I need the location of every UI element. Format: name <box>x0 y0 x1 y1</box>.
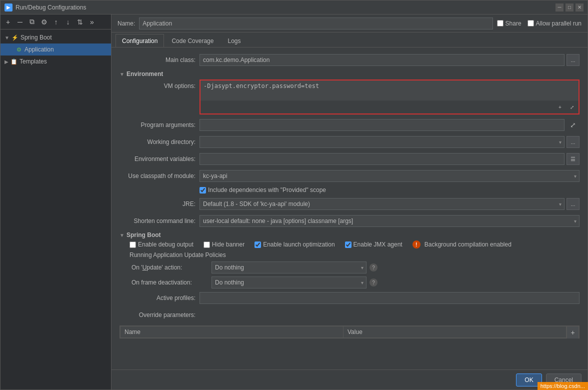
working-dir-input-wrap: ▾ ... <box>200 136 580 148</box>
watermark: https://blog.csdn... <box>538 382 588 390</box>
enable-debug-checkbox-label[interactable]: Enable debug output <box>130 241 194 248</box>
env-vars-browse-button[interactable]: ☰ <box>566 153 580 165</box>
include-deps-checkbox-label[interactable]: Include dependencies with "Provided" sco… <box>200 186 326 194</box>
update-action-help-icon[interactable]: ? <box>370 264 378 272</box>
settings-button[interactable]: ⚙ <box>38 16 50 28</box>
add-config-button[interactable]: + <box>2 16 14 28</box>
springboot-checkboxes: Enable debug output Hide banner Enable l… <box>130 240 580 248</box>
working-dir-browse-button[interactable]: ... <box>566 136 580 148</box>
enable-debug-checkbox[interactable] <box>130 242 136 248</box>
vm-options-container: + ⤢ <box>200 80 580 114</box>
active-profiles-row: Active profiles: <box>120 292 580 304</box>
tab-logs[interactable]: Logs <box>221 34 247 47</box>
vm-options-row: VM options: + ⤢ <box>120 80 580 114</box>
sidebar-item-application[interactable]: ⚙ Application <box>0 44 111 56</box>
hide-banner-checkbox[interactable] <box>204 242 210 248</box>
vm-expand-button[interactable]: + <box>554 102 566 112</box>
spring-boot-title: Spring Boot <box>126 232 161 238</box>
move-down-button[interactable]: ↓ <box>62 16 74 28</box>
window-title: Run/Debug Configurations <box>16 4 556 11</box>
application-icon: ⚙ <box>16 46 22 53</box>
shorten-row: Shorten command line: user-local default… <box>120 214 580 228</box>
springboot-arrow: ▼ <box>4 35 10 40</box>
shorten-label: Shorten command line: <box>120 218 200 224</box>
copy-config-button[interactable]: ⧉ <box>26 16 38 28</box>
bg-compilation-text: Background compilation enabled <box>424 241 512 248</box>
table-add-button[interactable]: + <box>566 326 578 338</box>
update-action-select-wrap: Do nothing Update classes and resources … <box>212 262 366 274</box>
tab-configuration[interactable]: Configuration <box>116 34 164 47</box>
hide-banner-text: Hide banner <box>212 241 244 248</box>
spring-boot-arrow: ▼ <box>120 232 124 238</box>
minimize-button[interactable]: ─ <box>556 4 564 12</box>
environment-arrow: ▼ <box>120 72 124 77</box>
tab-code-coverage[interactable]: Code Coverage <box>165 34 220 47</box>
shorten-select[interactable]: user-local default: none - java [options… <box>200 215 580 227</box>
include-deps-checkbox[interactable] <box>200 187 206 194</box>
springboot-label: Spring Boot <box>20 34 52 41</box>
vm-maximize-button[interactable]: ⤢ <box>566 102 578 112</box>
parallel-checkbox-label[interactable]: Allow parallel run <box>528 20 582 27</box>
main-class-row: Main class: ... <box>120 54 580 66</box>
name-input[interactable] <box>139 18 492 30</box>
env-vars-input[interactable] <box>200 153 564 165</box>
override-section: Override parameters: Name Value + <box>120 308 580 338</box>
jre-row: JRE: Default (1.8 - SDK of 'kc-ya-api' m… <box>120 198 580 210</box>
share-checkbox[interactable] <box>497 20 504 26</box>
program-args-expand-button[interactable]: ⤢ <box>566 119 580 131</box>
table-col-value: Value <box>344 326 566 338</box>
sort-button[interactable]: ⇅ <box>74 16 86 28</box>
move-up-button[interactable]: ↑ <box>50 16 62 28</box>
main-class-browse-button[interactable]: ... <box>566 54 580 66</box>
sidebar-item-templates[interactable]: ▶ 📋 Templates <box>0 56 111 68</box>
environment-section-header[interactable]: ▼ Environment <box>120 70 580 78</box>
frame-deactivation-label: On frame deactivation: <box>132 279 212 286</box>
sidebar: + ─ ⧉ ⚙ ↑ ↓ ⇅ » ▼ ⚡ Spring Boot ⚙ A <box>0 14 112 390</box>
enable-jmx-checkbox[interactable] <box>345 242 352 248</box>
jre-select[interactable]: Default (1.8 - SDK of 'kc-ya-api' module… <box>200 198 564 210</box>
warning-icon: ! <box>412 240 420 248</box>
enable-jmx-text: Enable JMX agent <box>354 241 402 248</box>
running-app-section: Running Application Update Policies On '… <box>130 252 580 288</box>
remove-config-button[interactable]: ─ <box>14 16 26 28</box>
restore-button[interactable]: □ <box>566 4 574 12</box>
enable-launch-text: Enable launch optimization <box>263 241 334 248</box>
include-deps-row: Include dependencies with "Provided" sco… <box>120 186 580 194</box>
templates-icon: 📋 <box>10 58 18 65</box>
vm-options-label: VM options: <box>120 80 200 90</box>
sidebar-tree: ▼ ⚡ Spring Boot ⚙ Application ▶ 📋 Templa… <box>0 30 111 390</box>
classpath-label: Use classpath of module: <box>120 172 200 180</box>
name-bar: Name: Share Allow parallel run <box>112 14 588 32</box>
templates-arrow: ▶ <box>4 59 8 64</box>
more-button[interactable]: » <box>86 16 98 28</box>
sidebar-item-springboot[interactable]: ▼ ⚡ Spring Boot <box>0 32 111 44</box>
jre-browse-button[interactable]: ... <box>566 198 580 210</box>
hide-banner-checkbox-label[interactable]: Hide banner <box>204 241 244 248</box>
main-class-input-wrap: ... <box>200 54 580 66</box>
override-params-label: Override parameters: <box>120 312 200 318</box>
classpath-select[interactable]: kc-ya-api <box>200 170 580 182</box>
enable-launch-checkbox[interactable] <box>254 242 261 248</box>
close-button[interactable]: ✕ <box>576 4 584 12</box>
jre-label: JRE: <box>120 200 200 208</box>
spring-boot-section: ▼ Spring Boot Enable debug output Hide b… <box>120 232 580 288</box>
program-args-row: Program arguments: ⤢ <box>120 118 580 132</box>
parallel-checkbox[interactable] <box>528 20 534 26</box>
spring-boot-section-header[interactable]: ▼ Spring Boot <box>120 232 580 238</box>
sidebar-toolbar: + ─ ⧉ ⚙ ↑ ↓ ⇅ » <box>0 14 111 30</box>
working-dir-input[interactable] <box>200 136 564 148</box>
enable-launch-checkbox-label[interactable]: Enable launch optimization <box>254 241 334 248</box>
program-args-input[interactable] <box>200 119 564 131</box>
env-vars-label: Environment variables: <box>120 156 200 162</box>
frame-deactivation-help-icon[interactable]: ? <box>370 278 378 286</box>
active-profiles-input[interactable] <box>200 292 580 304</box>
update-action-select[interactable]: Do nothing Update classes and resources … <box>212 262 366 274</box>
table-col-name: Name <box>120 326 344 338</box>
enable-jmx-checkbox-label[interactable]: Enable JMX agent <box>345 241 402 248</box>
main-class-input[interactable] <box>200 54 564 66</box>
springboot-icon: ⚡ <box>12 34 18 41</box>
share-checkbox-label[interactable]: Share <box>497 20 522 27</box>
classpath-row: Use classpath of module: kc-ya-api ▾ <box>120 170 580 182</box>
vm-options-input[interactable] <box>200 80 578 100</box>
frame-deactivation-select[interactable]: Do nothing Update classes and resources … <box>212 276 366 288</box>
